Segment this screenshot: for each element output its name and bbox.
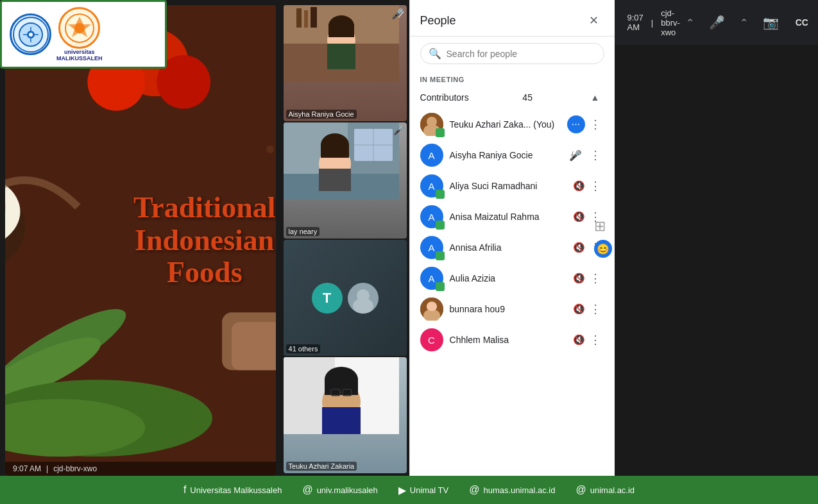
video-thumb-others[interactable]: T 41 others bbox=[284, 240, 407, 356]
svg-rect-39 bbox=[304, 10, 308, 28]
green-badge bbox=[436, 221, 445, 230]
expand-contributors-button[interactable]: ▲ bbox=[586, 88, 604, 106]
close-sidebar-button[interactable]: ✕ bbox=[584, 10, 604, 31]
video-thumb-4[interactable]: Teuku Azhari Zakaria bbox=[284, 357, 407, 473]
footer-label: Unimal TV bbox=[410, 485, 448, 495]
person-actions: 🔇 ⋮ bbox=[573, 300, 604, 318]
video-thumb-2[interactable]: lay neary 🎤 bbox=[284, 122, 407, 239]
person-name: Annisa Afrilia bbox=[450, 242, 567, 253]
people-sidebar: People ✕ 🔍 IN MEETING Contributors 45 ▲ bbox=[409, 0, 615, 476]
avatar: A bbox=[420, 205, 443, 228]
avatar: A bbox=[420, 236, 443, 259]
mic-muted-icon: 🔇 bbox=[573, 273, 585, 284]
svg-point-2 bbox=[29, 33, 33, 37]
person-row: A Aisyha Raniya Gocie 🎤 / ⋮ bbox=[410, 140, 615, 171]
contributors-label: Contributors bbox=[420, 92, 469, 103]
person-row: bunnara hou9 🔇 ⋮ bbox=[410, 294, 615, 324]
instagram-icon: @ bbox=[302, 484, 312, 496]
mic-muted-icon: 🎤 bbox=[569, 149, 582, 162]
three-dots-button[interactable]: ⋮ bbox=[586, 177, 604, 195]
video-label-4: Teuku Azhari Zakaria bbox=[286, 462, 357, 471]
person-name: Aliya Suci Ramadhani bbox=[450, 181, 567, 191]
svg-rect-56 bbox=[321, 144, 349, 158]
video-thumb-1[interactable]: Aisyha Raniya Gocie 🎤̷ bbox=[284, 5, 407, 121]
person-info: Anisa Maizatul Rahma bbox=[450, 212, 567, 222]
person-row: A Anisa Maizatul Rahma 🔇 ⋮ bbox=[410, 201, 615, 232]
green-badge bbox=[436, 282, 445, 291]
three-dots-button[interactable]: ⋮ bbox=[586, 146, 604, 164]
person-info: Aisyha Raniya Gocie bbox=[450, 150, 563, 160]
toolbar: 9:07 AM | cjd-bbrv-xwo ⌃ 🎤 ⌃ 📷 CC 😊 ⬆ ✋ … bbox=[615, 0, 818, 45]
person-row: C Chhlem Malisa 🔇 ⋮ bbox=[410, 324, 615, 355]
mic-muted-icon-1: 🎤̷ bbox=[391, 8, 404, 20]
footer-item-youtube: ▶ Unimal TV bbox=[398, 484, 448, 496]
slide-container: Traditional Indonesian Foods 9:07 AM | c… bbox=[5, 5, 276, 476]
person-name: Anisa Maizatul Rahma bbox=[450, 212, 567, 222]
person-info: Aliya Suci Ramadhani bbox=[450, 181, 567, 191]
slide-title: Traditional Indonesian Foods bbox=[133, 192, 276, 289]
avatar: A bbox=[420, 144, 443, 167]
footer-label: humas.unimal.ac.id bbox=[483, 485, 555, 495]
video-label-1: Aisyha Raniya Gocie bbox=[286, 110, 357, 119]
slide-background: Traditional Indonesian Foods bbox=[5, 5, 276, 476]
person-name: Teuku Azhari Zaka... (You) bbox=[450, 119, 561, 130]
person-actions: ··· ⋮ bbox=[567, 115, 604, 133]
more-options-cam-button[interactable]: ⌃ bbox=[734, 12, 754, 33]
three-dots-button[interactable]: ⋮ bbox=[586, 115, 604, 133]
video-label-2: lay neary bbox=[286, 227, 320, 236]
svg-rect-40 bbox=[311, 7, 317, 28]
meeting-code-toolbar: cjd-bbrv-xwo bbox=[661, 8, 680, 37]
footer-label: Universitas Malikussaleh bbox=[190, 485, 282, 495]
layout-icon[interactable]: ⊞ bbox=[594, 218, 612, 235]
email-icon: @ bbox=[469, 484, 479, 496]
toolbar-center: ⌃ 🎤 ⌃ 📷 CC 😊 ⬆ ✋ ⋮ 📞 bbox=[680, 8, 818, 37]
footer-item-web: @ unimal.ac.id bbox=[575, 484, 635, 496]
emoji-reaction-button[interactable]: 😊 bbox=[594, 240, 612, 258]
search-input[interactable] bbox=[447, 49, 596, 59]
meeting-time-toolbar: 9:07 AM bbox=[627, 13, 643, 32]
mic-muted-icon: 🔇 bbox=[573, 242, 585, 253]
facebook-icon: f bbox=[183, 484, 186, 496]
contributors-count: 45 bbox=[522, 92, 533, 103]
logo-kemendikbud bbox=[10, 13, 51, 55]
toolbar-left: 9:07 AM | cjd-bbrv-xwo bbox=[627, 8, 680, 37]
mic-muted-icon-2: 🎤 bbox=[393, 125, 404, 135]
person-info: Aulia Azizia bbox=[450, 273, 567, 283]
search-bar[interactable]: 🔍 bbox=[420, 43, 604, 64]
person-info: Chhlem Malisa bbox=[450, 335, 567, 345]
contributors-row: Contributors 45 ▲ bbox=[410, 86, 615, 109]
three-dots-button[interactable]: ⋮ bbox=[586, 331, 604, 349]
captions-button[interactable]: CC bbox=[788, 8, 816, 37]
green-badge bbox=[436, 190, 445, 199]
t-avatar: T bbox=[312, 283, 343, 314]
search-icon: 🔍 bbox=[429, 47, 441, 60]
mic-muted-icon: 🔇 bbox=[573, 211, 585, 223]
three-dots-button[interactable]: ⋮ bbox=[586, 300, 604, 318]
more-options-button[interactable]: ··· bbox=[567, 115, 585, 133]
avatar: C bbox=[420, 328, 443, 351]
person-actions: 🔇 ⋮ bbox=[573, 269, 604, 287]
person-info: Annisa Afrilia bbox=[450, 242, 567, 253]
person-name: Aisyha Raniya Gocie bbox=[450, 150, 563, 160]
person-row: A Annisa Afrilia 🔇 ⋮ bbox=[410, 232, 615, 263]
three-dots-button[interactable]: ⋮ bbox=[586, 269, 604, 287]
meeting-info-bar: 9:07 AM | cjd-bbrv-xwo bbox=[5, 462, 276, 476]
avatar bbox=[420, 298, 443, 321]
svg-rect-45 bbox=[328, 24, 354, 37]
presentation-area: Traditional Indonesian Foods 9:07 AM | c… bbox=[0, 0, 281, 476]
person-actions: 🔇 ⋮ bbox=[573, 331, 604, 349]
logo-overlay: universitasMALIKUSSALEH bbox=[0, 0, 167, 69]
more-options-mic-button[interactable]: ⌃ bbox=[680, 12, 701, 33]
person-info: Teuku Azhari Zaka... (You) bbox=[450, 119, 561, 130]
mic-button[interactable]: 🎤 bbox=[703, 8, 731, 37]
svg-point-33 bbox=[266, 146, 274, 153]
footer-label: univ.malikusaleh bbox=[317, 485, 378, 495]
green-badge bbox=[436, 128, 445, 137]
avatar bbox=[420, 113, 443, 136]
svg-rect-54 bbox=[319, 169, 351, 191]
mic-muted-icon: 🔇 bbox=[573, 303, 585, 315]
person-row: Teuku Azhari Zaka... (You) ··· ⋮ bbox=[410, 109, 615, 140]
footer-label: unimal.ac.id bbox=[590, 485, 635, 495]
camera-button[interactable]: 📷 bbox=[757, 8, 785, 37]
svg-rect-43 bbox=[327, 44, 355, 69]
